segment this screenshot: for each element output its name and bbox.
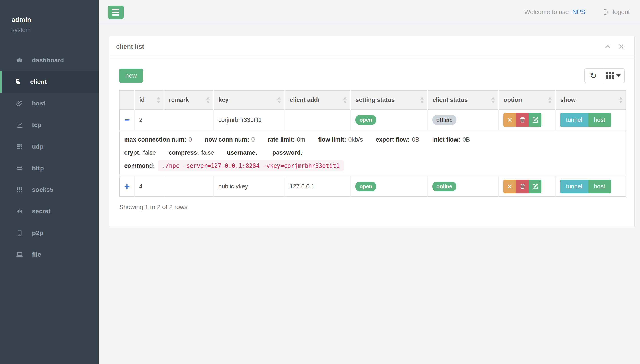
panel-body: new ↻ id remark key — [110, 57, 634, 211]
brand-link[interactable]: NPS — [572, 8, 585, 16]
sort-icon — [548, 97, 552, 103]
sort-icon — [619, 97, 623, 103]
trash-icon — [519, 183, 526, 190]
table-toolbar: new ↻ — [119, 68, 625, 83]
col-option[interactable]: option — [499, 90, 556, 110]
trash-icon — [519, 116, 526, 124]
cell-remark — [164, 176, 214, 197]
topbar-right: Welcome to use NPS logout — [524, 0, 630, 24]
sort-icon — [156, 97, 160, 103]
gauge-icon — [16, 56, 24, 64]
sidebar-item-client[interactable]: client — [0, 71, 98, 92]
client-status-badge: offline — [432, 115, 456, 125]
sort-icon — [277, 97, 281, 103]
col-key[interactable]: key — [214, 90, 285, 110]
sign-out-icon — [602, 8, 609, 16]
detail-line-stats: max connection num:0 now conn num:0 rate… — [124, 136, 626, 143]
hamburger-icon — [112, 9, 119, 10]
cell-key: corjmrbhr33otit1 — [214, 110, 285, 130]
show-host-button[interactable]: host — [588, 180, 611, 193]
cell-client-addr — [285, 110, 351, 130]
sidebar-item-tcp[interactable]: tcp — [0, 114, 98, 136]
sidebar-item-p2p[interactable]: p2p — [0, 222, 98, 244]
table-header-row: id remark key client addr setting status… — [120, 90, 626, 110]
detail-line-command: commond:./npc -server=127.0.0.1:8284 -vk… — [124, 162, 626, 169]
server-list-icon — [16, 142, 24, 151]
sidebar-item-label: socks5 — [32, 186, 53, 193]
col-remark[interactable]: remark — [164, 90, 214, 110]
sidebar-item-secret[interactable]: secret — [0, 200, 98, 222]
sort-icon — [491, 97, 495, 103]
user-block: admin system — [0, 0, 98, 34]
sidebar-item-http[interactable]: http — [0, 157, 98, 179]
edit-icon — [532, 183, 539, 190]
edit-icon — [532, 116, 539, 124]
logout-button[interactable]: logout — [602, 8, 630, 16]
user-role: system — [12, 27, 98, 34]
sidebar: admin system dashboard client host — [0, 0, 98, 364]
hdd-icon — [16, 164, 24, 172]
sidebar-item-label: udp — [32, 143, 44, 150]
close-panel-button[interactable] — [618, 44, 624, 50]
setting-status-badge: open — [356, 182, 376, 192]
logout-label: logout — [613, 8, 630, 16]
delete-client-button[interactable] — [516, 180, 529, 193]
edit-client-button[interactable] — [529, 113, 542, 127]
edit-client-button[interactable] — [529, 180, 542, 193]
chart-line-icon — [16, 121, 24, 129]
client-list-panel: client list new ↻ — [109, 36, 635, 227]
laptop-icon — [16, 250, 24, 258]
sidebar-item-label: dashboard — [32, 57, 64, 64]
setting-status-badge: open — [356, 115, 376, 125]
sidebar-item-file[interactable]: file — [0, 244, 98, 265]
close-client-button[interactable]: ✕ — [503, 113, 516, 127]
chevron-up-icon — [604, 47, 611, 50]
sidebar-item-label: file — [32, 251, 41, 258]
show-host-button[interactable]: host — [588, 113, 611, 127]
close-client-button[interactable]: ✕ — [503, 180, 516, 193]
npc-command-code: ./npc -server=127.0.0.1:8284 -vkey=corjm… — [158, 160, 344, 171]
sidebar-item-host[interactable]: host — [0, 92, 98, 114]
show-tunnel-button[interactable]: tunnel — [560, 180, 588, 193]
sort-icon — [343, 97, 347, 103]
detail-line-auth: crypt:false compress:false username: pas… — [124, 149, 626, 156]
show-tunnel-button[interactable]: tunnel — [560, 113, 588, 127]
sidebar-toggle-button[interactable] — [108, 6, 124, 19]
sidebar-item-dashboard[interactable]: dashboard — [0, 50, 98, 71]
expand-row-button[interactable]: + — [124, 182, 130, 191]
cell-id: 2 — [134, 110, 164, 130]
user-name: admin — [12, 16, 98, 24]
collapse-panel-button[interactable] — [604, 43, 611, 50]
sidebar-item-label: host — [32, 100, 45, 107]
caret-down-icon — [616, 74, 621, 77]
mobile-icon — [16, 229, 24, 237]
panel-title: client list — [116, 43, 144, 50]
sort-icon — [420, 97, 424, 103]
new-client-button[interactable]: new — [119, 68, 143, 83]
col-show[interactable]: show — [556, 90, 626, 110]
table-row: + 4 public vkey 127.0.0.1 open online ✕ — [120, 176, 626, 197]
panel-header: client list — [110, 36, 634, 57]
pagination-summary: Showing 1 to 2 of 2 rows — [119, 204, 625, 211]
refresh-icon: ↻ — [590, 71, 597, 80]
grid-icon — [16, 186, 24, 194]
sidebar-item-socks5[interactable]: socks5 — [0, 179, 98, 200]
collapse-row-button[interactable]: − — [124, 115, 130, 124]
cell-id: 4 — [134, 176, 164, 197]
col-client-status[interactable]: client status — [428, 90, 499, 110]
col-id[interactable]: id — [134, 90, 164, 110]
delete-client-button[interactable] — [516, 113, 529, 127]
sidebar-menu: dashboard client host tcp udp — [0, 50, 98, 265]
sidebar-item-label: client — [30, 78, 46, 86]
sidebar-item-label: secret — [32, 208, 50, 215]
client-status-badge: online — [432, 182, 456, 192]
columns-dropdown-button[interactable] — [602, 68, 625, 83]
col-setting-status[interactable]: setting status — [351, 90, 428, 110]
cell-client-addr: 127.0.0.1 — [285, 176, 351, 197]
row-detail-view: max connection num:0 now conn num:0 rate… — [120, 130, 626, 176]
cell-key: public vkey — [214, 176, 285, 197]
sidebar-item-udp[interactable]: udp — [0, 136, 98, 157]
refresh-button[interactable]: ↻ — [584, 68, 602, 83]
client-table: id remark key client addr setting status… — [119, 90, 626, 197]
col-client-addr[interactable]: client addr — [285, 90, 351, 110]
